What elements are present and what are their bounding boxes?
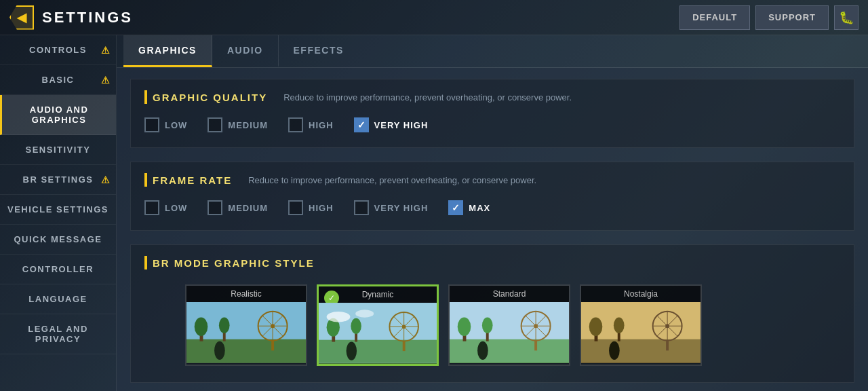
svg-rect-52: [666, 341, 669, 351]
quality-option-low[interactable]: LOW: [144, 117, 187, 132]
svg-point-40: [458, 318, 471, 336]
sidebar-item-label: CONTROLS: [29, 45, 87, 55]
section-header: GRAPHIC QUALITY Reduce to improve perfor…: [144, 90, 840, 104]
sidebar-item-legal-privacy[interactable]: LEGAL AND PRIVACY: [0, 314, 116, 354]
option-label-fr-medium: MEDIUM: [228, 203, 268, 213]
sidebar-item-sensitivity[interactable]: SENSITIVITY: [0, 135, 116, 165]
checkbox-fr-low[interactable]: [144, 200, 159, 215]
quality-option-medium[interactable]: MEDIUM: [208, 117, 268, 132]
style-image-bg-realistic: [186, 302, 306, 363]
style-image-bg-standard: [450, 302, 569, 363]
header: ◀ SETTINGS DEFAULT SUPPORT 🐛: [0, 0, 868, 35]
section-indicator: [144, 90, 147, 104]
section-title-framerate: FRAME RATE: [153, 174, 232, 186]
frame-rate-section: FRAME RATE Reduce to improve performance…: [130, 162, 854, 231]
style-card-realistic[interactable]: Realistic: [185, 284, 307, 366]
svg-point-29: [355, 310, 374, 318]
checkbox-very-high[interactable]: [354, 117, 369, 132]
sidebar-item-basic[interactable]: BASIC ⚠: [0, 65, 116, 95]
style-card-label-nostalgia: Nostalgia: [581, 286, 701, 302]
checkbox-fr-medium[interactable]: [208, 200, 222, 215]
main-layout: CONTROLS ⚠ BASIC ⚠ AUDIO AND GRAPHICS SE…: [0, 35, 868, 391]
option-label-fr-high: HIGH: [309, 203, 334, 213]
style-card-nostalgia[interactable]: Nostalgia: [580, 284, 702, 366]
section-indicator-br-style: [144, 256, 147, 269]
quality-option-very-high[interactable]: VERY HIGH: [354, 117, 429, 132]
checkbox-fr-high[interactable]: [288, 200, 303, 215]
style-image-bg-nostalgia: [581, 302, 701, 363]
header-left: ◀ SETTINGS: [9, 5, 133, 30]
sidebar-item-label: AUDIO AND GRAPHICS: [9, 105, 109, 125]
svg-point-12: [219, 318, 230, 333]
tab-graphics[interactable]: GRAPHICS: [123, 35, 212, 67]
back-button[interactable]: ◀: [9, 5, 34, 30]
framerate-option-very-high[interactable]: VERY HIGH: [354, 200, 429, 215]
style-grid: Realistic: [144, 279, 840, 371]
sidebar-item-controller[interactable]: CONTROLLER: [0, 255, 116, 284]
default-button[interactable]: DEFAULT: [679, 5, 750, 30]
svg-point-28: [327, 312, 351, 322]
sidebar-item-vehicle-settings[interactable]: VEHICLE SETTINGS: [0, 195, 116, 225]
svg-point-42: [482, 318, 493, 333]
warning-icon: ⚠: [101, 75, 111, 86]
checkbox-fr-very-high[interactable]: [354, 200, 369, 215]
checkbox-fr-max[interactable]: [448, 200, 463, 215]
bug-report-button[interactable]: 🐛: [834, 5, 859, 30]
section-title: GRAPHIC QUALITY: [153, 92, 267, 103]
back-arrow-icon: ◀: [17, 10, 26, 25]
svg-point-26: [351, 318, 361, 334]
framerate-option-max[interactable]: MAX: [448, 200, 490, 215]
sidebar-item-language[interactable]: LANGUAGE: [0, 284, 116, 314]
sidebar-item-label: BR SETTINGS: [23, 174, 94, 185]
style-card-image-nostalgia: [581, 302, 701, 363]
svg-point-43: [477, 341, 488, 360]
svg-point-13: [214, 341, 225, 360]
section-header-framerate: FRAME RATE Reduce to improve performance…: [144, 173, 840, 187]
svg-rect-8: [271, 341, 274, 351]
svg-rect-38: [534, 341, 537, 351]
sidebar-item-audio-graphics[interactable]: AUDIO AND GRAPHICS: [0, 95, 116, 135]
option-label-fr-low: LOW: [165, 203, 187, 213]
style-card-standard[interactable]: Standard: [448, 284, 570, 366]
framerate-option-low[interactable]: LOW: [144, 200, 187, 215]
option-label-low: LOW: [165, 120, 187, 130]
sidebar-item-label: VEHICLE SETTINGS: [7, 204, 108, 215]
section-header-br-style: BR MODE GRAPHIC STYLE: [144, 256, 840, 269]
bug-icon: 🐛: [839, 10, 854, 25]
warning-icon: ⚠: [101, 45, 111, 56]
checkbox-high[interactable]: [288, 117, 303, 132]
content-area: GRAPHICS AUDIO EFFECTS GRAPHIC QUALITY R…: [117, 35, 868, 391]
quality-option-high[interactable]: HIGH: [288, 117, 334, 132]
section-description-framerate: Reduce to improve performance, prevent o…: [248, 175, 536, 185]
sidebar-item-quick-message[interactable]: QUICK MESSAGE: [0, 225, 116, 255]
svg-rect-45: [581, 339, 701, 362]
svg-point-54: [589, 318, 603, 336]
warning-icon: ⚠: [101, 174, 111, 185]
option-label-high: HIGH: [309, 120, 334, 130]
tab-audio[interactable]: AUDIO: [212, 35, 279, 67]
support-button[interactable]: SUPPORT: [755, 5, 829, 30]
style-card-label-realistic: Realistic: [186, 286, 306, 302]
sidebar-item-label: LEGAL AND PRIVACY: [7, 324, 109, 344]
tab-effects[interactable]: EFFECTS: [279, 35, 359, 67]
svg-rect-1: [186, 339, 306, 362]
checkbox-medium[interactable]: [208, 117, 222, 132]
style-image-bg-dynamic: [319, 303, 437, 364]
style-card-label-standard: Standard: [450, 286, 569, 302]
app-container: ◀ SETTINGS DEFAULT SUPPORT 🐛 CONTROLS ⚠ …: [0, 0, 868, 391]
style-card-dynamic[interactable]: ✓ Dynamic: [317, 284, 439, 366]
header-right: DEFAULT SUPPORT 🐛: [679, 5, 859, 30]
tabs-bar: GRAPHICS AUDIO EFFECTS: [117, 35, 868, 68]
sidebar-item-controls[interactable]: CONTROLS ⚠: [0, 35, 116, 65]
section-indicator-framerate: [144, 173, 147, 187]
sidebar-item-br-settings[interactable]: BR SETTINGS ⚠: [0, 165, 116, 195]
settings-content: GRAPHIC QUALITY Reduce to improve perfor…: [117, 68, 868, 391]
framerate-option-medium[interactable]: MEDIUM: [208, 200, 268, 215]
style-card-image-dynamic: [319, 303, 437, 364]
checkbox-low[interactable]: [144, 117, 159, 132]
framerate-option-high[interactable]: HIGH: [288, 200, 334, 215]
section-title-br-style: BR MODE GRAPHIC STYLE: [153, 257, 315, 269]
svg-point-10: [195, 318, 208, 336]
option-label-fr-very-high: VERY HIGH: [374, 203, 429, 213]
option-label-very-high: VERY HIGH: [374, 120, 429, 130]
